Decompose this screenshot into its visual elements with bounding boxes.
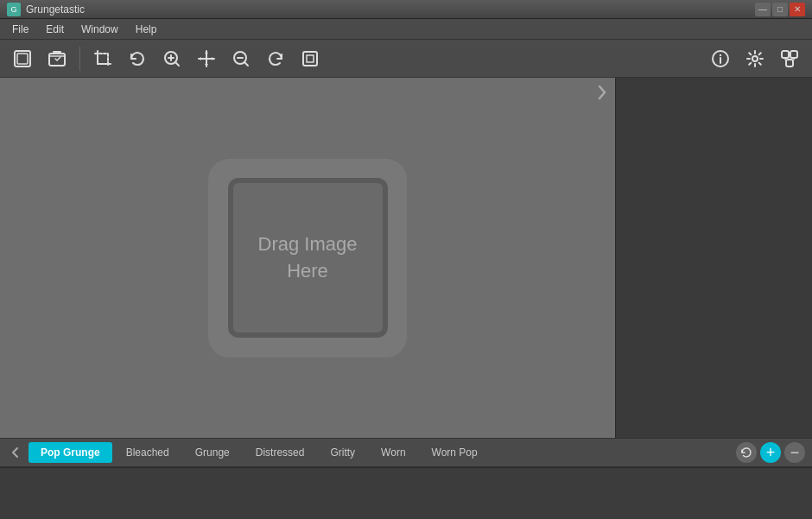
filter-tab-bleached[interactable]: Bleached [114, 442, 181, 463]
drag-drop-zone[interactable]: Drag Image Here [208, 159, 407, 358]
title-bar: G Grungetastic — □ ✕ [0, 0, 812, 19]
filter-tab-gritty[interactable]: Gritty [318, 442, 367, 463]
svg-rect-1 [17, 54, 28, 64]
filter-tab-worn[interactable]: Worn [369, 442, 417, 463]
filter-actions: + − [736, 442, 809, 463]
zoom-out-button[interactable] [225, 44, 257, 73]
window-title: Grungetastic [26, 3, 755, 16]
panel-toggle-button[interactable] [596, 83, 608, 104]
share-button[interactable] [774, 44, 805, 73]
menu-window[interactable]: Window [73, 21, 127, 38]
filter-remove-button[interactable]: − [784, 442, 805, 463]
svg-rect-11 [786, 60, 793, 66]
app-icon: G [7, 3, 21, 16]
settings-button[interactable] [739, 44, 771, 73]
svg-rect-9 [782, 51, 789, 58]
zoom-in-button[interactable] [156, 44, 187, 73]
filter-bar: Pop Grunge Bleached Grunge Distressed Gr… [0, 438, 812, 467]
filter-add-button[interactable]: + [760, 442, 781, 463]
thumbnails-area [0, 467, 812, 519]
filter-tab-distressed[interactable]: Distressed [244, 442, 317, 463]
canvas-area[interactable]: Drag Image Here [0, 78, 615, 438]
svg-rect-10 [790, 51, 797, 58]
svg-point-8 [752, 56, 758, 61]
menu-bar: File Edit Window Help [0, 19, 812, 40]
move-button[interactable] [191, 44, 222, 73]
toolbar-separator-1 [79, 47, 80, 71]
drag-drop-inner: Drag Image Here [228, 178, 388, 338]
svg-point-7 [720, 54, 721, 55]
close-button[interactable]: ✕ [790, 3, 805, 16]
filter-tab-pop-grunge[interactable]: Pop Grunge [29, 442, 112, 463]
canvas-button[interactable] [7, 44, 38, 73]
drag-text: Drag Image Here [258, 231, 358, 285]
rotate-right-button[interactable] [260, 44, 291, 73]
menu-edit[interactable]: Edit [37, 21, 73, 38]
right-panel [615, 78, 812, 438]
filter-scroll-left[interactable] [3, 440, 28, 465]
toolbar [0, 40, 812, 78]
fit-button[interactable] [295, 44, 326, 73]
filter-tab-grunge[interactable]: Grunge [183, 442, 242, 463]
filter-tab-worn-pop[interactable]: Worn Pop [420, 442, 490, 463]
filter-refresh-button[interactable] [736, 442, 757, 463]
info-button[interactable] [705, 44, 736, 73]
filter-tabs: Pop Grunge Bleached Grunge Distressed Gr… [28, 442, 736, 463]
menu-file[interactable]: File [3, 21, 37, 38]
minimize-button[interactable]: — [755, 3, 771, 16]
window-controls: — □ ✕ [755, 3, 805, 16]
main-content: Drag Image Here [0, 78, 812, 438]
svg-rect-5 [303, 52, 317, 66]
open-button[interactable] [41, 44, 73, 73]
rotate-left-button[interactable] [122, 44, 153, 73]
maximize-button[interactable]: □ [772, 3, 788, 16]
menu-help[interactable]: Help [127, 21, 166, 38]
crop-button[interactable] [87, 44, 118, 73]
